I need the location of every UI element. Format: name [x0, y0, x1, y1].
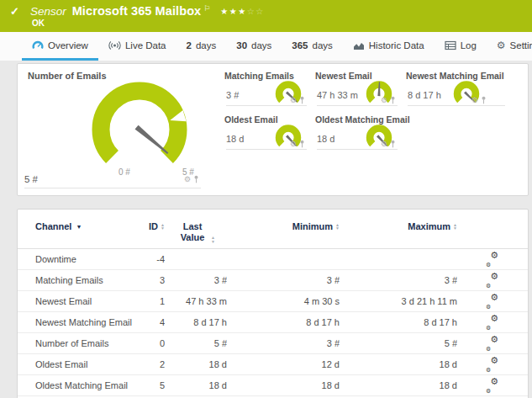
tab-live-data[interactable]: Live Data [98, 32, 176, 61]
star-empty-icon[interactable]: ☆ [247, 7, 255, 16]
sensor-header-line: ✓ Sensor Microsoft 365 Mailbox ⚐ ★★★☆☆ [10, 4, 522, 18]
column-header-last[interactable]: Last Value▲▼ [165, 221, 227, 243]
column-header-channel[interactable]: Channel▼ [35, 221, 136, 231]
tile-actions: ⚙ [290, 96, 305, 104]
tab-label: Historic Data [369, 40, 424, 50]
tab-365-days[interactable]: 365 days [282, 32, 342, 61]
cell-id: 2 [136, 354, 165, 374]
channel-settings-icon[interactable]: ⚙⚙ [487, 316, 498, 328]
gear-icon[interactable]: ⚙ [290, 97, 297, 104]
pin-icon[interactable] [390, 96, 396, 104]
table-row-matching-emails[interactable]: Matching Emails 3 3 # 3 # 3 # ⚙⚙ [18, 270, 528, 291]
tab-historic-data[interactable]: Historic Data [343, 32, 435, 61]
cell-maximum: 3 d 21 h 11 m [340, 291, 457, 311]
flag-icon[interactable]: ⚐ [203, 4, 210, 13]
channel-settings-icon[interactable]: ⚙⚙ [487, 274, 498, 286]
column-label: Last Value [176, 221, 208, 243]
gauge-value: 8 d 17 h [408, 90, 441, 100]
sensor-status-text: OK [32, 19, 522, 28]
cell-maximum: 18 d [340, 354, 457, 374]
gear-icon[interactable]: ⚙ [381, 141, 387, 148]
star-filled-icon[interactable]: ★ [229, 7, 238, 16]
gauge-tile-newest-matching-email[interactable]: Newest Matching Email 8 d 17 h ⚙ [406, 71, 505, 106]
cell-id: 5 [136, 375, 165, 395]
sort-desc-icon: ▼ [76, 224, 82, 230]
channel-settings-icon[interactable]: ⚙⚙ [487, 358, 498, 370]
main-gauge-value: 5 # [24, 174, 38, 184]
pin-icon[interactable] [481, 96, 487, 104]
table-row-downtime[interactable]: Downtime -4 ⚙⚙ [18, 249, 528, 270]
table-row-oldest-email[interactable]: Oldest Email 2 18 d 12 d 18 d ⚙⚙ [18, 354, 528, 375]
cell-maximum: 18 d [340, 375, 457, 395]
table-row-number-of-emails[interactable]: Number of Emails 0 5 # 3 # 5 # ⚙⚙ [18, 333, 528, 354]
gear-icon[interactable]: ⚙ [471, 97, 478, 104]
divider [317, 105, 398, 106]
column-label: Channel [35, 221, 71, 231]
pin-icon[interactable] [193, 175, 199, 183]
sensor-tab-bar: Overview Live Data 2 days 30 days 365 da… [0, 32, 532, 61]
main-gauge-svg [76, 76, 203, 182]
column-header-id[interactable]: ID▲▼ [136, 221, 165, 231]
cell-maximum: 3 # [340, 270, 457, 290]
gauge-value: 18 d [317, 134, 334, 144]
tab-log[interactable]: Log [435, 32, 487, 61]
gauge-tile-oldest-matching-email[interactable]: Oldest Matching Email 18 d ⚙ [315, 114, 398, 150]
channel-settings-icon[interactable]: ⚙⚙ [487, 379, 498, 391]
tab-label: days [313, 40, 333, 50]
channel-table-header: Channel▼ID▲▼Last Value▲▼Minimum▲▼Maximum… [18, 221, 528, 249]
channel-settings-icon[interactable]: ⚙⚙ [487, 337, 498, 349]
tile-actions: ⚙ [290, 140, 305, 148]
table-row-newest-email[interactable]: Newest Email 1 47 h 33 m 4 m 30 s 3 d 21… [18, 291, 528, 312]
star-filled-icon[interactable]: ★ [238, 7, 246, 16]
table-row-newest-matching-email[interactable]: Newest Matching Email 4 8 d 17 h 8 d 17 … [18, 312, 528, 333]
gauge-tile-newest-email[interactable]: Newest Email 47 h 33 m ⚙ [315, 71, 398, 106]
tab-number: 2 [187, 40, 192, 50]
tab-30-days[interactable]: 30 days [226, 32, 282, 61]
pin-icon[interactable] [299, 96, 305, 104]
cell-channel: Matching Emails [35, 270, 136, 290]
star-filled-icon[interactable]: ★ [220, 7, 229, 16]
tab-settings[interactable]: ⚙ Settings [487, 32, 532, 61]
status-ok-check-icon: ✓ [10, 5, 19, 18]
cell-channel: Number of Emails [35, 333, 136, 353]
channel-settings-icon[interactable]: ⚙⚙ [487, 295, 498, 307]
cell-maximum [340, 249, 457, 269]
pin-icon[interactable] [299, 140, 305, 148]
live-data-icon [108, 40, 121, 50]
column-header-min[interactable]: Minimum▲▼ [227, 221, 340, 231]
gauge-tile-oldest-email[interactable]: Oldest Email 18 d ⚙ [224, 114, 307, 150]
star-empty-icon[interactable]: ☆ [255, 7, 264, 16]
main-gauge-tile[interactable]: Number of Emails 0 # 5 # 5 # ⚙ [18, 64, 209, 195]
column-header-max[interactable]: Maximum▲▼ [340, 221, 457, 231]
cell-id: 0 [136, 333, 165, 353]
gauge-icon [32, 40, 44, 50]
gear-icon[interactable]: ⚙ [381, 97, 387, 104]
divider [226, 105, 307, 106]
tile-actions: ⚙ [381, 96, 396, 104]
tab-label: days [196, 40, 216, 50]
tab-label: Log [461, 40, 477, 50]
tile-actions: ⚙ [381, 140, 396, 148]
gear-icon[interactable]: ⚙ [290, 141, 297, 148]
sensor-type-label: Sensor [30, 5, 66, 18]
divider [226, 149, 307, 150]
channel-table-panel: Channel▼ID▲▼Last Value▲▼Minimum▲▼Maximum… [17, 209, 529, 398]
tab-label: Overview [48, 40, 88, 50]
channel-settings-icon[interactable]: ⚙⚙ [487, 253, 498, 265]
gear-icon[interactable]: ⚙ [184, 176, 191, 183]
tab-2-days[interactable]: 2 days [176, 32, 227, 61]
cell-minimum: 8 d 17 h [227, 312, 340, 332]
table-row-oldest-matching-email[interactable]: Oldest Matching Email 5 18 d 18 d 18 d ⚙… [18, 375, 528, 396]
tab-number: 365 [292, 40, 308, 50]
priority-stars[interactable]: ★★★☆☆ [220, 7, 264, 16]
column-label: Minimum [292, 221, 333, 231]
sensor-header: ✓ Sensor Microsoft 365 Mailbox ⚐ ★★★☆☆ O… [0, 0, 532, 32]
tab-overview[interactable]: Overview [22, 32, 98, 61]
gauge-needle [134, 125, 169, 156]
cell-minimum: 12 d [227, 354, 340, 374]
cell-minimum: 4 m 30 s [227, 291, 340, 311]
pin-icon[interactable] [390, 140, 396, 148]
gauge-tile-matching-emails[interactable]: Matching Emails 3 # ⚙ [224, 71, 307, 106]
cell-last-value: 18 d [165, 354, 227, 374]
divider [408, 105, 505, 106]
